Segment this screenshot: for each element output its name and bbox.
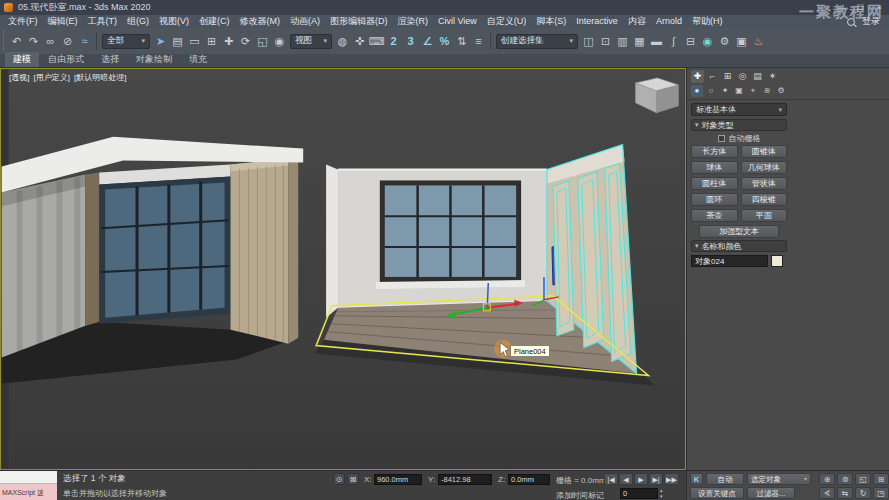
play-button[interactable]: ▶ [634, 473, 648, 485]
tab-freeform[interactable]: 自由形式 [40, 52, 92, 67]
set-key-button[interactable]: 设置关键点 [690, 487, 744, 499]
object-type-rollout-header[interactable]: ▾ 对象类型 [691, 119, 787, 131]
maximize-button[interactable]: ☐ [851, 0, 870, 15]
menu-item[interactable]: 内容 [623, 15, 651, 28]
go-to-end-button[interactable]: ▶▶ [664, 473, 679, 485]
menu-item[interactable]: 视图(V) [154, 15, 194, 28]
pan-icon[interactable]: ⇆ [837, 487, 853, 499]
curve-editor-icon[interactable]: ∫ [665, 32, 682, 50]
object-type-button[interactable]: 平面 [741, 209, 788, 222]
keyboard-shortcut-override-icon[interactable]: ⌨ [368, 32, 385, 50]
bind-to-space-warp-icon[interactable]: ≈ [76, 32, 93, 50]
zoom-all-icon[interactable]: ⊚ [837, 473, 853, 485]
object-type-button[interactable]: 圆锥体 [741, 145, 788, 158]
object-type-button[interactable]: 球体 [691, 161, 738, 174]
menu-item[interactable]: 创建(C) [194, 15, 235, 28]
object-name-input[interactable] [691, 255, 768, 267]
autogrid-checkbox[interactable] [718, 135, 725, 142]
reference-coordinate-dropdown[interactable]: 视图 ▾ [290, 34, 332, 49]
close-button[interactable]: × [870, 0, 889, 15]
object-type-button-text[interactable]: 加强型文本 [699, 225, 779, 238]
object-type-button[interactable]: 茶壶 [691, 209, 738, 222]
menu-item[interactable]: 帮助(H) [687, 15, 728, 28]
object-type-button[interactable]: 几何球体 [741, 161, 788, 174]
snap-toggle-2d-icon[interactable]: 2 [385, 32, 402, 50]
key-filters-button[interactable]: 过滤器... [747, 487, 795, 499]
y-coordinate-field[interactable] [438, 474, 492, 485]
lights-icon[interactable]: ✦ [719, 85, 731, 97]
modify-tab[interactable]: ⌐ [706, 70, 719, 83]
helpers-icon[interactable]: ⌖ [747, 85, 759, 97]
tab-selection[interactable]: 选择 [93, 52, 127, 67]
zoom-extents-icon[interactable]: ◱ [855, 473, 871, 485]
select-and-rotate-icon[interactable]: ⟳ [237, 32, 254, 50]
select-and-link-icon[interactable]: ∞ [42, 32, 59, 50]
category-dropdown[interactable]: 标准基本体 ▾ [691, 103, 787, 116]
rectangular-selection-icon[interactable]: ▭ [186, 32, 203, 50]
z-coordinate-field[interactable] [508, 474, 550, 485]
schematic-view-icon[interactable]: ⊟ [682, 32, 699, 50]
object-type-button[interactable]: 四棱锥 [741, 193, 788, 206]
menu-item[interactable]: 渲染(R) [393, 15, 434, 28]
unlink-selection-icon[interactable]: ⊘ [59, 32, 76, 50]
selection-lock-icon[interactable]: ⊠ [347, 473, 359, 485]
zoom-icon[interactable]: ⊕ [819, 473, 835, 485]
tab-modeling[interactable]: 建模 [5, 52, 39, 67]
select-and-place-icon[interactable]: ◉ [271, 32, 288, 50]
set-key-icon[interactable]: K [690, 473, 703, 485]
ribbon-toggle-icon[interactable]: ▬ [648, 32, 665, 50]
frame-spinner[interactable]: ▴ ▾ [660, 487, 668, 499]
mirror-icon[interactable]: ◫ [580, 32, 597, 50]
object-type-button[interactable]: 圆环 [691, 193, 738, 206]
menu-item[interactable]: 脚本(S) [531, 15, 571, 28]
menu-item[interactable]: 动画(A) [285, 15, 325, 28]
named-selection-sets-icon[interactable]: ≡ [470, 32, 487, 50]
motion-tab[interactable]: ◎ [736, 70, 749, 83]
viewport-scene[interactable] [1, 69, 685, 469]
next-frame-button[interactable]: ▶| [649, 473, 663, 485]
go-to-start-button[interactable]: |◀ [604, 473, 618, 485]
menu-item[interactable]: 修改器(M) [235, 15, 286, 28]
display-tab[interactable]: ▤ [751, 70, 764, 83]
viewport-shading-label[interactable]: [默认明暗处理] [74, 73, 126, 82]
minimize-button[interactable]: — [832, 0, 851, 15]
previous-frame-button[interactable]: ◀ [619, 473, 633, 485]
menu-item[interactable]: Interactive [571, 15, 623, 28]
menu-item[interactable]: 图形编辑器(D) [325, 15, 393, 28]
select-and-scale-icon[interactable]: ◱ [254, 32, 271, 50]
name-color-rollout-header[interactable]: ▾ 名称和颜色 [691, 240, 787, 252]
percent-snap-icon[interactable]: % [436, 32, 453, 50]
use-pivot-center-icon[interactable]: ◍ [334, 32, 351, 50]
orbit-icon[interactable]: ↻ [855, 487, 871, 499]
scene-explorer-icon[interactable]: ▥ [614, 32, 631, 50]
key-set-dropdown[interactable]: 选定对象 ▾ [747, 473, 811, 485]
select-and-move-icon[interactable]: ✚ [220, 32, 237, 50]
hierarchy-tab[interactable]: ⊞ [721, 70, 734, 83]
maxscript-mini-listener[interactable]: MAXScript 迷 [0, 484, 57, 500]
cameras-icon[interactable]: ▣ [733, 85, 745, 97]
render-production-icon[interactable]: ♨ [750, 32, 767, 50]
spinner-down-icon[interactable]: ▾ [660, 493, 668, 499]
snap-toggle-3d-icon[interactable]: 3 [402, 32, 419, 50]
menu-item[interactable]: 自定义(U) [482, 15, 532, 28]
rendered-frame-icon[interactable]: ▣ [733, 32, 750, 50]
space-warps-icon[interactable]: ≋ [761, 85, 773, 97]
add-time-tag[interactable]: 添加时间标记 [556, 490, 604, 500]
create-tab[interactable]: ✚ [691, 70, 704, 83]
object-type-button[interactable]: 圆柱体 [691, 177, 738, 190]
maxscript-macro-row[interactable] [0, 471, 57, 484]
search-icon[interactable] [847, 18, 855, 26]
menu-item[interactable]: 文件(F) [3, 15, 43, 28]
viewport-pov-label[interactable]: [透视] [9, 73, 29, 82]
layer-explorer-icon[interactable]: ▦ [631, 32, 648, 50]
current-frame-field[interactable] [620, 488, 658, 499]
align-icon[interactable]: ⊡ [597, 32, 614, 50]
x-coordinate-field[interactable] [374, 474, 422, 485]
toolbar-grip[interactable] [3, 31, 6, 51]
utilities-tab[interactable]: ✶ [766, 70, 779, 83]
select-and-manipulate-icon[interactable]: ✜ [351, 32, 368, 50]
sign-in[interactable]: 登录 [862, 15, 880, 28]
perspective-viewport[interactable]: [透视][用户定义][默认明暗处理] Plane004 [0, 68, 686, 470]
shapes-icon[interactable]: ○ [705, 85, 717, 97]
maximize-viewport-icon[interactable]: ◳ [873, 487, 889, 499]
